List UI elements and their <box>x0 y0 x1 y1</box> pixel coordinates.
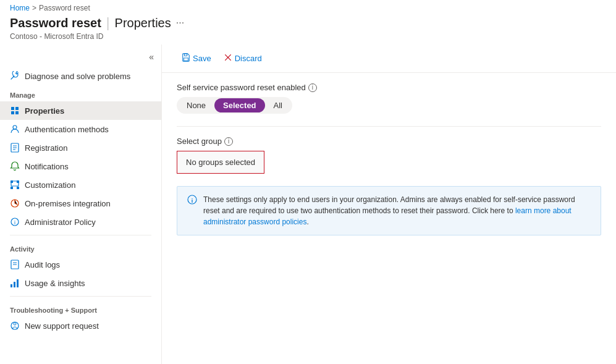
info-banner-text: These settings only apply to end users i… <box>203 194 591 227</box>
save-icon <box>182 53 190 64</box>
sidebar-item-auth-label: Authentication methods <box>25 125 109 134</box>
sidebar-item-registration-label: Registration <box>25 143 67 153</box>
adminpolicy-icon: i <box>10 217 20 227</box>
sidebar-divider-activity <box>10 235 151 235</box>
sspr-info-icon[interactable]: i <box>308 83 317 92</box>
toggle-none[interactable]: None <box>178 98 214 112</box>
sidebar-item-usage-insights-label: Usage & insights <box>25 279 85 288</box>
svg-point-24 <box>14 323 16 325</box>
sidebar-item-diagnose[interactable]: Diagnose and solve problems <box>0 67 161 85</box>
sspr-field-label: Self service password reset enabled i <box>177 83 601 92</box>
sidebar-item-admin-policy[interactable]: i Administrator Policy <box>0 213 161 231</box>
no-groups-text: No groups selected <box>186 158 255 167</box>
svg-point-23 <box>11 322 19 329</box>
svg-rect-13 <box>17 187 19 189</box>
info-banner: i These settings only apply to end users… <box>177 186 601 235</box>
sidebar-item-properties-label: Properties <box>25 106 64 116</box>
support-icon <box>10 321 20 331</box>
main-content: Save Discard Self service password reset… <box>162 44 616 364</box>
svg-rect-11 <box>17 180 19 183</box>
svg-rect-1 <box>15 107 19 110</box>
sidebar-item-properties[interactable]: Properties <box>0 101 161 120</box>
info-banner-icon: i <box>187 195 197 227</box>
registration-icon <box>10 143 20 153</box>
properties-icon <box>10 106 20 116</box>
sidebar-divider-troubleshooting <box>10 296 151 297</box>
sidebar-item-audit-logs[interactable]: Audit logs <box>0 255 161 274</box>
discard-label: Discard <box>235 54 262 63</box>
sidebar-item-onprem-label: On-premises integration <box>25 199 111 208</box>
breadcrumb-current: Password reset <box>39 4 90 12</box>
sidebar-item-new-support[interactable]: New support request <box>0 316 161 335</box>
breadcrumb-home[interactable]: Home <box>10 4 30 12</box>
org-subtitle: Contoso - Microsoft Entra ID <box>10 32 606 41</box>
section-divider <box>177 126 601 127</box>
svg-text:i: i <box>14 219 15 226</box>
sidebar-item-authentication-methods[interactable]: Authentication methods <box>0 120 161 138</box>
page-subtitle-text: Properties <box>115 16 171 30</box>
sidebar-item-notifications-label: Notifications <box>25 162 69 171</box>
audit-icon <box>10 260 20 269</box>
toolbar: Save Discard <box>162 44 616 73</box>
more-options-icon[interactable]: ··· <box>176 17 184 28</box>
toggle-all[interactable]: All <box>265 98 291 112</box>
sidebar-item-onprem[interactable]: On-premises integration <box>0 194 161 213</box>
diagnose-icon <box>10 71 20 81</box>
select-group-section: Select group i No groups selected <box>177 137 601 174</box>
collapse-sidebar-button[interactable]: « <box>149 52 154 62</box>
svg-rect-0 <box>11 107 14 110</box>
breadcrumb: Home > Password reset <box>10 4 606 12</box>
breadcrumb-separator: > <box>32 4 36 12</box>
usage-icon <box>10 278 20 288</box>
page-title: Password reset <box>10 16 101 30</box>
sspr-toggle-group: None Selected All <box>177 97 292 114</box>
svg-rect-26 <box>184 58 188 61</box>
sidebar-item-audit-logs-label: Audit logs <box>25 260 60 269</box>
svg-rect-10 <box>11 180 13 183</box>
sidebar-item-registration[interactable]: Registration <box>0 138 161 157</box>
save-label: Save <box>193 54 211 63</box>
toggle-selected[interactable]: Selected <box>214 98 264 112</box>
select-group-label: Select group i <box>177 137 601 146</box>
svg-text:i: i <box>192 198 193 204</box>
sidebar-item-usage-insights[interactable]: Usage & insights <box>0 274 161 292</box>
svg-rect-21 <box>14 282 15 287</box>
sidebar-item-customization-label: Customization <box>25 180 75 190</box>
sidebar-section-activity: Activity <box>0 239 161 255</box>
title-separator: | <box>106 15 110 31</box>
svg-rect-25 <box>184 54 187 56</box>
discard-icon <box>224 53 232 64</box>
sidebar-item-admin-policy-label: Administrator Policy <box>25 218 96 227</box>
no-groups-box[interactable]: No groups selected <box>177 151 264 174</box>
svg-point-4 <box>13 125 17 129</box>
onprem-icon <box>10 198 20 208</box>
discard-button[interactable]: Discard <box>219 51 267 66</box>
auth-icon <box>10 124 20 134</box>
sidebar-section-manage: Manage <box>0 85 161 101</box>
sidebar-item-customization[interactable]: Customization <box>0 176 161 194</box>
svg-rect-3 <box>15 111 19 114</box>
sidebar-item-diagnose-label: Diagnose and solve problems <box>25 72 130 81</box>
select-group-info-icon[interactable]: i <box>224 137 233 146</box>
sidebar: « Diagnose and solve problems Manage Pro… <box>0 44 162 364</box>
content-body: Self service password reset enabled i No… <box>162 73 616 245</box>
sidebar-item-notifications[interactable]: Notifications <box>0 157 161 176</box>
notifications-icon <box>10 161 20 171</box>
svg-rect-20 <box>11 284 12 287</box>
customization-icon <box>10 180 20 190</box>
svg-rect-2 <box>11 111 14 114</box>
sidebar-section-troubleshooting: Troubleshooting + Support <box>0 300 161 316</box>
save-button[interactable]: Save <box>177 51 216 66</box>
sidebar-item-new-support-label: New support request <box>25 321 99 331</box>
svg-rect-22 <box>17 279 19 287</box>
svg-rect-12 <box>11 187 13 189</box>
